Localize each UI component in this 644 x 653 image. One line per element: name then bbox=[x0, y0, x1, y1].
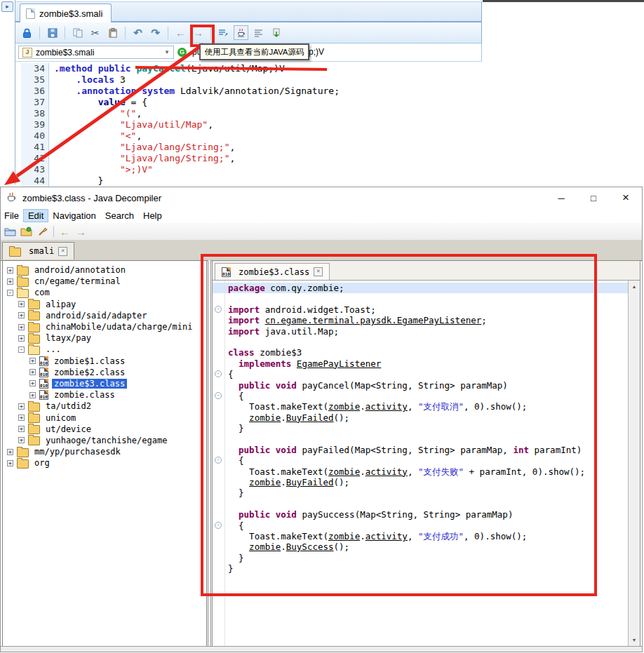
maximize-button[interactable]: □ bbox=[577, 187, 610, 208]
expand-icon[interactable]: + bbox=[29, 358, 36, 364]
expand-icon[interactable]: + bbox=[7, 460, 13, 466]
title-bar[interactable]: zombie$3.class - Java Decompiler ─ □ × bbox=[1, 187, 642, 208]
close-button[interactable]: × bbox=[610, 187, 642, 208]
tree-item[interactable]: +ta/utdid2 bbox=[3, 400, 206, 412]
tree-item[interactable]: +ltayx/pay bbox=[3, 332, 206, 344]
expand-icon[interactable]: + bbox=[7, 449, 13, 455]
code-link[interactable]: zombie bbox=[328, 466, 360, 477]
back-icon[interactable]: ← bbox=[58, 225, 72, 238]
expand-icon[interactable]: + bbox=[18, 403, 25, 410]
expand-icon[interactable]: + bbox=[18, 437, 25, 443]
java-source-view[interactable]: package com.qy.zombie;import android.wid… bbox=[213, 281, 640, 646]
open-file-icon[interactable] bbox=[4, 225, 17, 238]
close-tab-icon[interactable]: × bbox=[314, 267, 323, 276]
expand-icon[interactable]: + bbox=[18, 335, 25, 342]
tree-item-label: com bbox=[32, 288, 52, 297]
fold-marker[interactable]: - bbox=[215, 522, 222, 529]
align-icon[interactable] bbox=[251, 25, 266, 40]
toolbar-separator bbox=[39, 27, 40, 39]
code-link[interactable]: BuyFailed bbox=[286, 412, 334, 423]
tree-item[interactable]: +010zombie$3.class bbox=[3, 378, 206, 389]
tree-item[interactable]: +org bbox=[3, 457, 206, 469]
tree-item[interactable]: -com bbox=[3, 287, 206, 298]
search-icon[interactable] bbox=[36, 225, 49, 238]
file-selector-combo[interactable]: J zombie$3.smali ▼ bbox=[18, 46, 174, 59]
splitter[interactable] bbox=[208, 260, 211, 647]
view-java-source-icon[interactable] bbox=[234, 25, 248, 40]
package-tree[interactable]: +android/annotation+cn/egame/terminal-co… bbox=[2, 260, 207, 647]
back-icon[interactable]: ← bbox=[173, 25, 188, 40]
undo-icon[interactable]: ↶ bbox=[130, 25, 145, 40]
tree-item[interactable]: +chinaMobile/udata/charge/mini bbox=[3, 321, 206, 332]
tree-item[interactable]: +android/annotation bbox=[3, 264, 206, 276]
forward-icon[interactable]: → bbox=[191, 25, 206, 40]
code-link[interactable]: activity bbox=[365, 466, 408, 477]
tree-item[interactable]: +alipay bbox=[3, 299, 206, 310]
lock-icon[interactable] bbox=[20, 25, 34, 40]
code-link[interactable]: zombie bbox=[328, 401, 360, 412]
forward-icon[interactable]: → bbox=[74, 225, 88, 238]
tree-item[interactable]: +010zombie$1.class bbox=[3, 356, 206, 367]
expand-icon[interactable]: + bbox=[18, 324, 25, 330]
tree-item[interactable]: +yunhaoge/tanchishe/egame bbox=[3, 435, 206, 446]
tree-item[interactable]: +ut/device bbox=[3, 424, 206, 435]
tab-zombie3-class[interactable]: 010 zombie$3.class × bbox=[215, 263, 330, 280]
tab-smali[interactable]: smali × bbox=[2, 242, 74, 260]
tree-item[interactable]: +cn/egame/terminal bbox=[3, 276, 206, 287]
scroll-up-icon[interactable]: ▲ bbox=[629, 281, 640, 292]
collapse-icon[interactable]: - bbox=[7, 290, 13, 296]
folder-icon bbox=[17, 267, 29, 276]
collapse-icon[interactable]: - bbox=[18, 346, 25, 353]
code-link[interactable]: zombie bbox=[328, 531, 360, 541]
format-list-icon[interactable] bbox=[216, 25, 231, 40]
expand-icon[interactable]: + bbox=[18, 312, 25, 318]
open-type-icon[interactable] bbox=[20, 225, 33, 238]
java-code-line: { bbox=[228, 391, 627, 401]
code-link[interactable]: cn.egame.terminal.paysdk.EgamePayListene… bbox=[265, 315, 482, 325]
smali-code-editor[interactable]: 34.method public payCancel(Ljava/util/Ma… bbox=[15, 62, 483, 187]
redo-icon[interactable]: ↷ bbox=[148, 25, 163, 40]
fold-marker[interactable]: - bbox=[215, 392, 222, 399]
menu-navigation[interactable]: Navigation bbox=[48, 210, 100, 222]
tab-zombie3-smali[interactable]: zombie$3.smali bbox=[20, 4, 112, 23]
menu-help[interactable]: Help bbox=[139, 210, 166, 222]
code-link[interactable]: zombie bbox=[249, 477, 281, 487]
scroll-down-icon[interactable]: ▼ bbox=[629, 635, 640, 645]
expand-icon[interactable]: + bbox=[7, 267, 13, 274]
close-tab-icon[interactable]: × bbox=[58, 247, 67, 256]
code-link[interactable]: EgamePayListener bbox=[297, 358, 381, 369]
code-link[interactable]: BuyFailed bbox=[286, 477, 334, 487]
paste-icon[interactable] bbox=[105, 25, 120, 40]
code-link[interactable]: zombie bbox=[249, 412, 281, 423]
expand-icon[interactable]: + bbox=[18, 301, 25, 307]
fold-marker[interactable]: - bbox=[215, 306, 222, 313]
tree-item[interactable]: +010zombie$2.class bbox=[3, 367, 206, 378]
minimize-button[interactable]: ─ bbox=[545, 187, 577, 208]
restore-panel-icon[interactable]: ▸ bbox=[1, 1, 13, 12]
menu-edit[interactable]: Edit bbox=[24, 210, 48, 222]
code-link[interactable]: activity bbox=[365, 531, 408, 541]
cut-icon[interactable]: ✂ bbox=[88, 25, 102, 40]
expand-icon[interactable]: + bbox=[29, 392, 36, 398]
code-link[interactable]: BuySccess bbox=[286, 541, 334, 552]
expand-icon[interactable]: + bbox=[29, 369, 36, 375]
tree-item[interactable]: -... bbox=[3, 344, 206, 355]
tree-item[interactable]: +unicom bbox=[3, 412, 206, 423]
menu-file[interactable]: File bbox=[0, 210, 23, 222]
expand-icon[interactable]: + bbox=[29, 380, 36, 386]
expand-icon[interactable]: + bbox=[18, 415, 25, 421]
tree-item[interactable]: +mm/yp/purchasesdk bbox=[3, 446, 206, 457]
code-link[interactable]: activity bbox=[365, 401, 408, 412]
vertical-scrollbar[interactable]: ▲ ▼ bbox=[628, 281, 640, 646]
editor-toolbar: ✂ ↶ ↷ ← → bbox=[15, 22, 482, 43]
copy-icon[interactable] bbox=[70, 25, 85, 40]
expand-icon[interactable]: + bbox=[7, 278, 13, 285]
export-tool-icon[interactable] bbox=[269, 25, 283, 40]
expand-icon[interactable]: + bbox=[18, 426, 25, 432]
tree-item[interactable]: +010zombie.class bbox=[3, 389, 206, 400]
smali-code-line: 37 value = { bbox=[15, 97, 483, 108]
save-icon[interactable] bbox=[45, 25, 60, 40]
code-link[interactable]: zombie bbox=[249, 541, 281, 552]
menu-search[interactable]: Search bbox=[101, 210, 138, 222]
tree-item[interactable]: +android/said/adapter bbox=[3, 310, 206, 321]
